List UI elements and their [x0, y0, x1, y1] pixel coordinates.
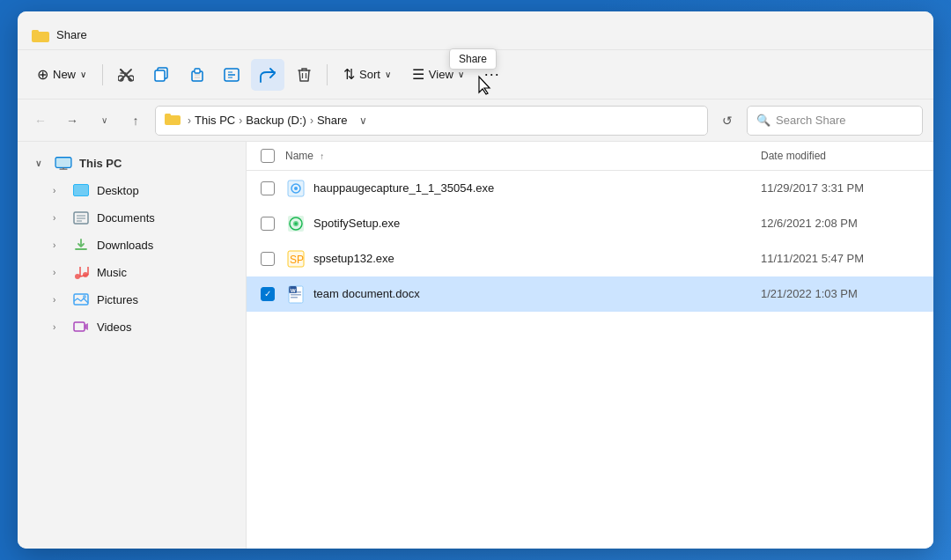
path-folder-icon — [165, 113, 181, 129]
paste-button[interactable] — [181, 59, 212, 91]
file-date-1: 11/29/2017 3:31 PM — [761, 181, 919, 195]
videos-icon — [72, 318, 90, 335]
search-box[interactable]: 🔍 Search Share — [747, 106, 923, 136]
path-this-pc: This PC — [195, 114, 235, 127]
window-title: Share — [56, 28, 87, 41]
svg-point-34 — [75, 274, 80, 279]
sidebar-item-videos[interactable]: › Videos — [21, 313, 242, 340]
cut-button[interactable] — [110, 59, 142, 91]
path-chevron-button[interactable]: ∨ — [351, 108, 376, 133]
file-checkbox-4[interactable] — [261, 287, 275, 301]
desktop-chevron-icon: › — [53, 186, 65, 195]
address-bar: ← → ∨ ↑ › This PC › Backup (D:) › Share … — [18, 99, 933, 142]
sidebar-item-documents[interactable]: › Documents — [21, 204, 242, 231]
table-row[interactable]: hauppaugecapture_1_1_35054.exe 11/29/201… — [247, 171, 933, 206]
sort-chevron-icon: ∨ — [385, 70, 391, 79]
col-name-header[interactable]: Name ↑ — [285, 150, 761, 162]
sidebar-this-pc[interactable]: ∨ This PC — [21, 150, 242, 176]
row-checkbox-col — [261, 287, 285, 301]
delete-button[interactable] — [288, 59, 320, 91]
downloads-chevron-icon: › — [53, 240, 65, 250]
copy-icon — [154, 67, 169, 82]
table-row[interactable]: SpotifySetup.exe 12/6/2021 2:08 PM — [247, 206, 933, 241]
forward-button[interactable]: → — [60, 108, 85, 133]
title-bar: Share — [18, 11, 933, 50]
file-list: Name ↑ Date modified — [247, 142, 933, 549]
music-chevron-icon: › — [53, 268, 65, 277]
view-label: View — [429, 68, 453, 81]
file-checkbox-3[interactable] — [261, 252, 275, 266]
downloads-icon — [72, 236, 90, 254]
svg-rect-27 — [74, 185, 89, 196]
new-plus-icon: ⊕ — [37, 66, 48, 83]
file-icon-1 — [285, 178, 306, 199]
file-date-2: 12/6/2021 2:08 PM — [761, 217, 919, 230]
file-date-3: 11/11/2021 5:47 PM — [761, 252, 919, 265]
file-icon-2 — [285, 213, 306, 234]
music-icon — [72, 263, 90, 281]
sort-arrow-icon: ↑ — [320, 151, 324, 161]
copy-button[interactable] — [145, 59, 177, 91]
file-date-4: 1/21/2022 1:03 PM — [761, 287, 919, 300]
sidebar-item-pictures[interactable]: › Pictures — [21, 286, 242, 313]
file-explorer-window: Share ⊕ New ∨ — [18, 11, 933, 549]
col-date-header[interactable]: Date modified — [761, 150, 919, 162]
more-button[interactable]: ··· — [476, 59, 508, 91]
file-checkbox-1[interactable] — [261, 181, 275, 195]
dropdown-button[interactable]: ∨ — [92, 108, 116, 133]
row-checkbox-col — [261, 181, 285, 195]
title-folder-icon — [32, 26, 49, 44]
this-pc-label: This PC — [79, 157, 122, 170]
header-checkbox[interactable] — [261, 149, 275, 163]
rename-button[interactable] — [216, 59, 247, 91]
svg-rect-41 — [74, 322, 85, 331]
main-content: ∨ This PC › — [18, 142, 933, 549]
sidebar-item-music[interactable]: › Music — [21, 259, 242, 285]
this-pc-chevron-icon: ∨ — [35, 158, 48, 168]
table-row[interactable]: SP spsetup132.exe 11/11/2021 5:47 PM — [247, 241, 933, 276]
rename-icon — [224, 67, 240, 83]
svg-rect-24 — [55, 158, 71, 168]
svg-point-49 — [295, 222, 298, 225]
svg-text:SP: SP — [290, 254, 304, 266]
search-placeholder: Search Share — [776, 114, 846, 127]
search-icon: 🔍 — [756, 114, 770, 127]
documents-icon — [72, 209, 90, 226]
downloads-label: Downloads — [97, 239, 153, 252]
cut-icon — [118, 67, 134, 83]
path-separator-1: › — [188, 114, 191, 127]
name-col-label: Name — [285, 150, 313, 162]
paste-icon — [189, 67, 204, 83]
file-list-header: Name ↑ Date modified — [247, 142, 933, 171]
path-share: Share — [317, 114, 348, 127]
file-name-3: spsetup132.exe — [313, 252, 761, 265]
toolbar-separator-1 — [102, 64, 103, 85]
file-checkbox-2[interactable] — [261, 217, 275, 231]
up-button[interactable]: ↑ — [123, 108, 148, 133]
file-rows: hauppaugecapture_1_1_35054.exe 11/29/201… — [247, 171, 933, 549]
file-icon-3: SP — [285, 248, 306, 269]
new-button[interactable]: ⊕ New ∨ — [28, 59, 95, 91]
documents-label: Documents — [97, 211, 155, 225]
refresh-button[interactable]: ↺ — [715, 108, 740, 133]
documents-chevron-icon: › — [53, 213, 65, 223]
table-row[interactable]: W team document.docx 1/21/2022 1:03 PM — [247, 276, 933, 312]
file-name-4: team document.docx — [313, 287, 761, 300]
share-button[interactable] — [251, 59, 284, 91]
this-pc-icon — [55, 154, 72, 172]
sort-icon: ⇅ — [343, 66, 355, 83]
svg-rect-22 — [165, 114, 171, 117]
back-button[interactable]: ← — [28, 108, 53, 133]
view-icon: ☰ — [412, 66, 424, 83]
sidebar: ∨ This PC › — [18, 142, 247, 549]
sort-button[interactable]: ⇅ Sort ∨ — [335, 59, 400, 91]
toolbar-separator-2 — [327, 64, 328, 85]
new-label: New — [53, 68, 76, 81]
sidebar-item-downloads[interactable]: › Downloads — [21, 232, 242, 258]
address-path[interactable]: › This PC › Backup (D:) › Share ∨ — [155, 106, 708, 136]
share-icon — [260, 67, 276, 83]
desktop-icon — [72, 181, 90, 199]
view-button[interactable]: ☰ View ∨ — [403, 59, 473, 91]
svg-rect-12 — [195, 69, 200, 73]
sidebar-item-desktop[interactable]: › Desktop — [21, 177, 242, 203]
